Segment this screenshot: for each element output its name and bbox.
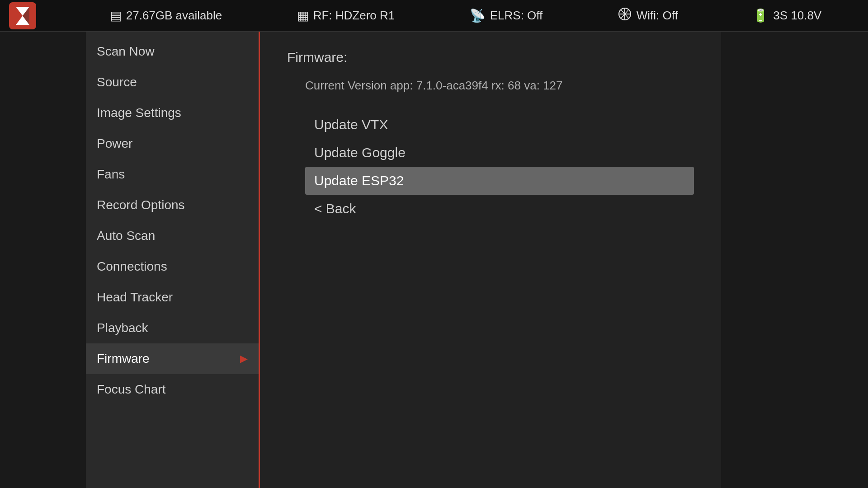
sidebar-arrow-firmware: ▶: [240, 353, 248, 365]
sidebar-label-auto-scan: Auto Scan: [97, 229, 155, 243]
sidebar-item-head-tracker[interactable]: Head Tracker: [86, 282, 259, 313]
wifi-label: Wifi: Off: [637, 9, 678, 23]
wifi-icon: [618, 7, 632, 24]
sidebar-label-firmware: Firmware: [97, 352, 150, 366]
rf-label: RF: HDZero R1: [313, 9, 395, 23]
sidebar-item-focus-chart[interactable]: Focus Chart: [86, 374, 259, 405]
sidebar-label-power: Power: [97, 136, 132, 151]
sidebar-label-fans: Fans: [97, 167, 125, 182]
rf-indicator: ▦ RF: HDZero R1: [297, 8, 395, 23]
firmware-options: Update VTXUpdate GoggleUpdate ESP32< Bac…: [287, 111, 694, 223]
sidebar: Scan NowSourceImage SettingsPowerFansRec…: [86, 32, 260, 488]
sidebar-label-image-settings: Image Settings: [97, 106, 181, 120]
logo-area: [9, 2, 72, 29]
right-panel: [721, 32, 868, 488]
sidebar-item-record-options[interactable]: Record Options: [86, 190, 259, 221]
option-update-goggle[interactable]: Update Goggle: [305, 139, 694, 167]
sidebar-item-image-settings[interactable]: Image Settings: [86, 98, 259, 128]
firmware-version: Current Version app: 7.1.0-aca39f4 rx: 6…: [305, 79, 694, 93]
option-update-esp32[interactable]: Update ESP32: [305, 167, 694, 195]
sidebar-item-fans[interactable]: Fans: [86, 159, 259, 190]
left-panel: [0, 32, 86, 488]
elrs-indicator: 📡 ELRS: Off: [470, 8, 543, 23]
top-bar: ▤ 27.67GB available ▦ RF: HDZero R1 📡 EL…: [0, 0, 868, 32]
sidebar-item-auto-scan[interactable]: Auto Scan: [86, 221, 259, 251]
sidebar-label-connections: Connections: [97, 259, 167, 274]
topbar-items: ▤ 27.67GB available ▦ RF: HDZero R1 📡 EL…: [72, 7, 859, 24]
content-area: Firmware: Current Version app: 7.1.0-aca…: [260, 32, 721, 488]
storage-label: 27.67GB available: [126, 9, 222, 23]
battery-indicator: 🔋 3S 10.8V: [753, 8, 821, 23]
app-logo: [9, 2, 36, 29]
elrs-label: ELRS: Off: [490, 9, 543, 23]
battery-icon: 🔋: [753, 8, 769, 23]
rf-icon: ▦: [297, 8, 309, 23]
sidebar-label-scan-now: Scan Now: [97, 44, 155, 59]
sidebar-label-head-tracker: Head Tracker: [97, 290, 173, 305]
main-layout: Scan NowSourceImage SettingsPowerFansRec…: [0, 32, 868, 488]
storage-icon: ▤: [110, 8, 122, 23]
sidebar-item-connections[interactable]: Connections: [86, 251, 259, 282]
sidebar-item-scan-now[interactable]: Scan Now: [86, 36, 259, 67]
sidebar-label-playback: Playback: [97, 321, 148, 335]
sidebar-item-firmware[interactable]: Firmware▶: [86, 343, 259, 374]
option-back[interactable]: < Back: [305, 195, 694, 223]
sidebar-item-playback[interactable]: Playback: [86, 313, 259, 343]
sidebar-item-power[interactable]: Power: [86, 128, 259, 159]
sidebar-label-focus-chart: Focus Chart: [97, 382, 166, 397]
elrs-icon: 📡: [470, 8, 486, 23]
storage-indicator: ▤ 27.67GB available: [110, 8, 222, 23]
sidebar-label-source: Source: [97, 75, 137, 89]
sidebar-label-record-options: Record Options: [97, 198, 185, 212]
firmware-label: Firmware:: [287, 50, 694, 65]
wifi-indicator: Wifi: Off: [618, 7, 678, 24]
sidebar-item-source[interactable]: Source: [86, 67, 259, 98]
option-update-vtx[interactable]: Update VTX: [305, 111, 694, 139]
battery-label: 3S 10.8V: [773, 9, 821, 23]
